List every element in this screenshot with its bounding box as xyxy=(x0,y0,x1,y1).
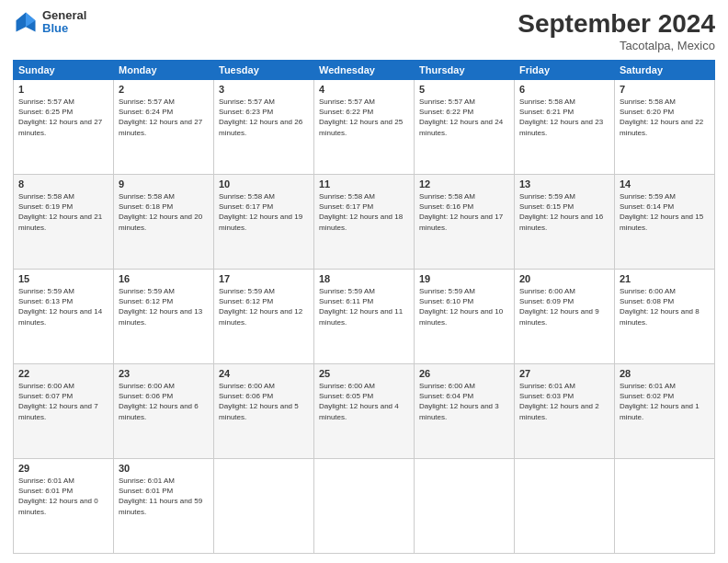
logo-icon xyxy=(13,9,39,35)
calendar-cell: 21 Sunrise: 6:00 AM Sunset: 6:08 PM Dayl… xyxy=(615,270,715,364)
day-number: 28 xyxy=(620,368,710,379)
day-number: 12 xyxy=(419,178,509,190)
day-number: 11 xyxy=(319,178,409,190)
calendar-cell: 4 Sunrise: 5:57 AM Sunset: 6:22 PM Dayli… xyxy=(314,80,415,175)
day-number: 24 xyxy=(219,368,309,379)
day-info: Sunrise: 5:57 AM Sunset: 6:23 PM Dayligh… xyxy=(219,97,309,138)
calendar-cell: 20 Sunrise: 6:00 AM Sunset: 6:09 PM Dayl… xyxy=(515,270,615,364)
day-number: 19 xyxy=(419,273,509,284)
calendar-cell xyxy=(415,459,515,554)
calendar-cell: 12 Sunrise: 5:58 AM Sunset: 6:16 PM Dayl… xyxy=(415,175,515,270)
calendar-cell xyxy=(515,459,615,554)
day-info: Sunrise: 5:57 AM Sunset: 6:22 PM Dayligh… xyxy=(419,97,509,138)
calendar-cell: 16 Sunrise: 5:59 AM Sunset: 6:12 PM Dayl… xyxy=(114,270,214,364)
calendar-cell: 25 Sunrise: 6:00 AM Sunset: 6:05 PM Dayl… xyxy=(314,364,415,459)
day-number: 9 xyxy=(119,178,209,190)
day-number: 30 xyxy=(119,463,209,474)
calendar-cell: 19 Sunrise: 5:59 AM Sunset: 6:10 PM Dayl… xyxy=(415,270,515,364)
calendar-day-header: Thursday xyxy=(415,61,515,80)
day-number: 14 xyxy=(620,178,710,190)
calendar-cell: 10 Sunrise: 5:58 AM Sunset: 6:17 PM Dayl… xyxy=(214,175,314,270)
calendar-cell: 27 Sunrise: 6:01 AM Sunset: 6:03 PM Dayl… xyxy=(515,364,615,459)
calendar-cell: 5 Sunrise: 5:57 AM Sunset: 6:22 PM Dayli… xyxy=(415,80,515,175)
location: Tacotalpa, Mexico xyxy=(518,39,715,52)
calendar-week-row: 8 Sunrise: 5:58 AM Sunset: 6:19 PM Dayli… xyxy=(14,175,715,270)
day-info: Sunrise: 5:58 AM Sunset: 6:18 PM Dayligh… xyxy=(119,191,209,233)
day-info: Sunrise: 5:59 AM Sunset: 6:13 PM Dayligh… xyxy=(18,286,108,327)
day-number: 13 xyxy=(519,178,609,190)
day-info: Sunrise: 5:58 AM Sunset: 6:21 PM Dayligh… xyxy=(519,97,609,138)
day-number: 26 xyxy=(419,368,509,379)
day-number: 6 xyxy=(519,84,609,95)
calendar-week-row: 1 Sunrise: 5:57 AM Sunset: 6:25 PM Dayli… xyxy=(14,80,715,175)
logo: General Blue xyxy=(13,9,86,36)
calendar-cell xyxy=(314,459,415,554)
day-info: Sunrise: 5:58 AM Sunset: 6:17 PM Dayligh… xyxy=(219,191,309,233)
day-info: Sunrise: 5:59 AM Sunset: 6:14 PM Dayligh… xyxy=(620,191,710,233)
day-number: 2 xyxy=(119,84,209,95)
calendar-cell: 26 Sunrise: 6:00 AM Sunset: 6:04 PM Dayl… xyxy=(415,364,515,459)
calendar-week-row: 22 Sunrise: 6:00 AM Sunset: 6:07 PM Dayl… xyxy=(14,364,715,459)
calendar-table: SundayMondayTuesdayWednesdayThursdayFrid… xyxy=(13,60,715,554)
day-info: Sunrise: 5:59 AM Sunset: 6:12 PM Dayligh… xyxy=(219,286,309,327)
calendar-cell: 11 Sunrise: 5:58 AM Sunset: 6:17 PM Dayl… xyxy=(314,175,415,270)
calendar-cell: 24 Sunrise: 6:00 AM Sunset: 6:06 PM Dayl… xyxy=(214,364,314,459)
calendar-day-header: Friday xyxy=(515,61,615,80)
calendar-day-header: Monday xyxy=(114,61,214,80)
calendar-cell: 14 Sunrise: 5:59 AM Sunset: 6:14 PM Dayl… xyxy=(615,175,715,270)
day-number: 5 xyxy=(419,84,509,95)
day-info: Sunrise: 6:00 AM Sunset: 6:06 PM Dayligh… xyxy=(119,381,209,422)
calendar-week-row: 29 Sunrise: 6:01 AM Sunset: 6:01 PM Dayl… xyxy=(14,459,715,554)
calendar-cell: 13 Sunrise: 5:59 AM Sunset: 6:15 PM Dayl… xyxy=(515,175,615,270)
calendar-cell: 8 Sunrise: 5:58 AM Sunset: 6:19 PM Dayli… xyxy=(14,175,114,270)
calendar-cell: 2 Sunrise: 5:57 AM Sunset: 6:24 PM Dayli… xyxy=(114,80,214,175)
day-info: Sunrise: 5:58 AM Sunset: 6:19 PM Dayligh… xyxy=(18,191,108,233)
day-number: 16 xyxy=(119,273,209,284)
calendar-day-header: Saturday xyxy=(615,61,715,80)
day-number: 10 xyxy=(219,178,309,190)
day-number: 29 xyxy=(18,463,108,474)
calendar-cell: 9 Sunrise: 5:58 AM Sunset: 6:18 PM Dayli… xyxy=(114,175,214,270)
calendar-cell: 23 Sunrise: 6:00 AM Sunset: 6:06 PM Dayl… xyxy=(114,364,214,459)
title-block: September 2024 Tacotalpa, Mexico xyxy=(518,9,715,52)
calendar-day-header: Tuesday xyxy=(214,61,314,80)
calendar-cell: 28 Sunrise: 6:01 AM Sunset: 6:02 PM Dayl… xyxy=(615,364,715,459)
page: General Blue September 2024 Tacotalpa, M… xyxy=(0,0,728,563)
day-info: Sunrise: 5:59 AM Sunset: 6:15 PM Dayligh… xyxy=(519,191,609,233)
day-info: Sunrise: 5:59 AM Sunset: 6:12 PM Dayligh… xyxy=(119,286,209,327)
logo-blue-text: Blue xyxy=(42,22,86,35)
day-info: Sunrise: 6:01 AM Sunset: 6:01 PM Dayligh… xyxy=(119,476,209,517)
day-number: 18 xyxy=(319,273,409,284)
day-number: 21 xyxy=(620,273,710,284)
calendar-cell: 1 Sunrise: 5:57 AM Sunset: 6:25 PM Dayli… xyxy=(14,80,114,175)
day-info: Sunrise: 6:00 AM Sunset: 6:07 PM Dayligh… xyxy=(18,381,108,422)
day-number: 25 xyxy=(319,368,409,379)
calendar-cell: 18 Sunrise: 5:59 AM Sunset: 6:11 PM Dayl… xyxy=(314,270,415,364)
day-info: Sunrise: 6:01 AM Sunset: 6:02 PM Dayligh… xyxy=(620,381,710,422)
calendar-week-row: 15 Sunrise: 5:59 AM Sunset: 6:13 PM Dayl… xyxy=(14,270,715,364)
calendar-cell: 6 Sunrise: 5:58 AM Sunset: 6:21 PM Dayli… xyxy=(515,80,615,175)
day-info: Sunrise: 6:00 AM Sunset: 6:06 PM Dayligh… xyxy=(219,381,309,422)
day-number: 20 xyxy=(519,273,609,284)
calendar-cell: 15 Sunrise: 5:59 AM Sunset: 6:13 PM Dayl… xyxy=(14,270,114,364)
day-info: Sunrise: 5:57 AM Sunset: 6:24 PM Dayligh… xyxy=(119,97,209,138)
calendar-day-header: Wednesday xyxy=(314,61,415,80)
day-info: Sunrise: 5:57 AM Sunset: 6:25 PM Dayligh… xyxy=(18,97,108,138)
day-info: Sunrise: 5:59 AM Sunset: 6:11 PM Dayligh… xyxy=(319,286,409,327)
calendar-cell: 3 Sunrise: 5:57 AM Sunset: 6:23 PM Dayli… xyxy=(214,80,314,175)
day-info: Sunrise: 6:01 AM Sunset: 6:01 PM Dayligh… xyxy=(18,476,108,517)
day-info: Sunrise: 6:00 AM Sunset: 6:04 PM Dayligh… xyxy=(419,381,509,422)
day-info: Sunrise: 6:01 AM Sunset: 6:03 PM Dayligh… xyxy=(519,381,609,422)
day-info: Sunrise: 5:58 AM Sunset: 6:20 PM Dayligh… xyxy=(620,97,710,138)
day-info: Sunrise: 5:59 AM Sunset: 6:10 PM Dayligh… xyxy=(419,286,509,327)
day-info: Sunrise: 6:00 AM Sunset: 6:05 PM Dayligh… xyxy=(319,381,409,422)
day-number: 4 xyxy=(319,84,409,95)
day-info: Sunrise: 5:57 AM Sunset: 6:22 PM Dayligh… xyxy=(319,97,409,138)
day-number: 22 xyxy=(18,368,108,379)
logo-text: General Blue xyxy=(42,9,86,36)
day-info: Sunrise: 5:58 AM Sunset: 6:17 PM Dayligh… xyxy=(319,191,409,233)
day-info: Sunrise: 6:00 AM Sunset: 6:09 PM Dayligh… xyxy=(519,286,609,327)
calendar-cell: 30 Sunrise: 6:01 AM Sunset: 6:01 PM Dayl… xyxy=(114,459,214,554)
header: General Blue September 2024 Tacotalpa, M… xyxy=(13,9,715,52)
logo-general-text: General xyxy=(42,9,86,22)
